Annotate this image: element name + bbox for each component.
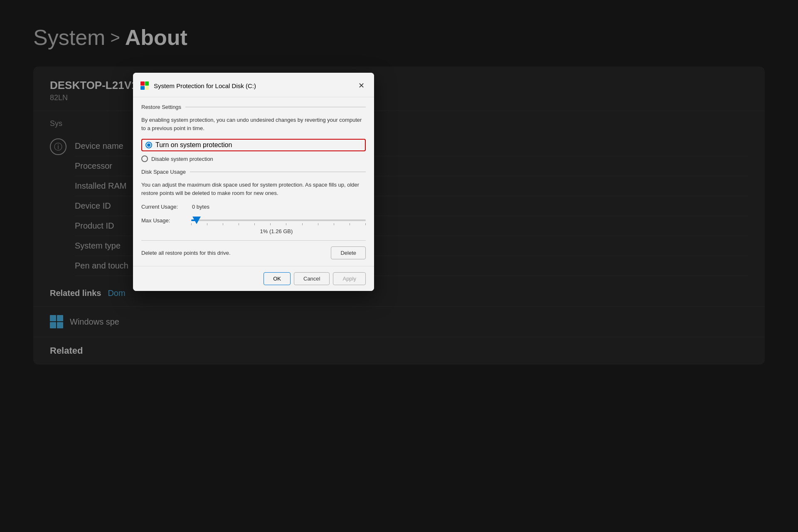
delete-row: Delete all restore points for this drive… <box>141 240 366 259</box>
disk-space-divider: Disk Space Usage <box>141 169 366 175</box>
slider-ticks <box>191 223 366 225</box>
dialog-body: Restore Settings By enabling system prot… <box>133 97 374 266</box>
disk-space-divider-line <box>190 172 366 172</box>
disk-space-section: Disk Space Usage You can adjust the maxi… <box>141 169 366 259</box>
max-usage-label: Max Usage: <box>141 217 187 224</box>
current-usage-value: 0 bytes <box>192 204 209 210</box>
system-protection-dialog: System Protection for Local Disk (C:) ✕ … <box>133 73 374 291</box>
delete-button[interactable]: Delete <box>331 246 366 259</box>
cancel-button[interactable]: Cancel <box>294 272 330 285</box>
dialog-close-button[interactable]: ✕ <box>355 79 367 92</box>
ok-button[interactable]: OK <box>264 272 291 285</box>
dialog-app-icon <box>140 81 150 91</box>
current-usage-row: Current Usage: 0 bytes <box>141 204 366 210</box>
slider-percent-label: 1% (1.26 GB) <box>141 228 366 234</box>
current-usage-label: Current Usage: <box>141 204 187 210</box>
restore-settings-divider-line <box>185 107 366 107</box>
radio-turn-on-label: Turn on system protection <box>155 141 232 149</box>
delete-description: Delete all restore points for this drive… <box>141 250 331 256</box>
disk-space-description: You can adjust the maximum disk space us… <box>141 181 366 197</box>
dialog-titlebar: System Protection for Local Disk (C:) ✕ <box>133 73 374 97</box>
modal-overlay <box>0 0 798 532</box>
dialog-footer: OK Cancel Apply <box>133 266 374 291</box>
restore-description: By enabling system protection, you can u… <box>141 116 366 132</box>
max-usage-row: Max Usage: <box>141 214 366 227</box>
radio-turn-on-filled <box>147 143 150 147</box>
restore-settings-label: Restore Settings <box>141 104 181 110</box>
radio-turn-on-box[interactable]: Turn on system protection <box>141 139 366 151</box>
radio-disable-circle <box>141 155 148 162</box>
apply-button[interactable]: Apply <box>333 272 366 285</box>
radio-disable-container[interactable]: Disable system protection <box>141 155 366 162</box>
slider-track <box>191 219 366 221</box>
disk-space-label: Disk Space Usage <box>141 169 186 175</box>
dialog-title: System Protection for Local Disk (C:) <box>154 82 355 89</box>
radio-turn-on-circle <box>145 142 152 148</box>
slider-container[interactable] <box>191 214 366 227</box>
radio-disable-label: Disable system protection <box>151 156 213 162</box>
radio-turn-on-container[interactable]: Turn on system protection <box>141 139 366 151</box>
restore-settings-divider: Restore Settings <box>141 104 366 110</box>
